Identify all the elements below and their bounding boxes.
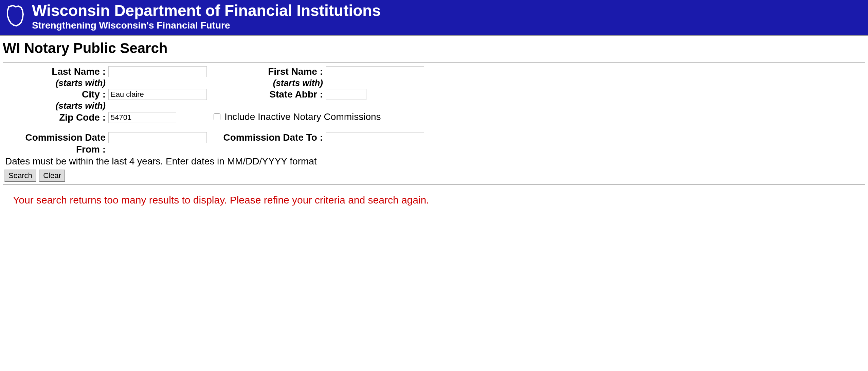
date-format-note: Dates must be within the last 4 years. E… <box>3 155 865 169</box>
wisconsin-state-icon <box>4 4 28 28</box>
date-to-label: Commission Date To : <box>210 131 326 143</box>
city-label: City : (starts with) <box>3 88 108 111</box>
search-button[interactable]: Search <box>4 170 36 182</box>
last-name-label: Last Name : (starts with) <box>3 66 108 89</box>
date-from-label: Commission Date From : <box>3 131 108 155</box>
site-subtitle: Strengthening Wisconsin's Financial Futu… <box>32 20 381 31</box>
clear-button[interactable]: Clear <box>39 170 65 182</box>
city-input[interactable] <box>108 89 207 100</box>
date-to-input[interactable] <box>326 132 424 143</box>
error-message: Your search returns too many results to … <box>13 194 868 206</box>
date-from-input[interactable] <box>108 132 207 143</box>
first-name-label: First Name : (starts with) <box>210 66 326 89</box>
page-title: WI Notary Public Search <box>3 40 868 56</box>
state-input[interactable] <box>326 89 366 100</box>
site-title: Wisconsin Department of Financial Instit… <box>32 2 381 19</box>
include-inactive-checkbox[interactable] <box>214 113 220 120</box>
search-form: Last Name : (starts with) First Name : (… <box>3 63 865 185</box>
include-inactive-label: Include Inactive Notary Commissions <box>224 111 381 122</box>
first-name-input[interactable] <box>326 66 424 77</box>
site-header: Wisconsin Department of Financial Instit… <box>0 0 868 36</box>
zip-label: Zip Code : <box>3 111 108 123</box>
last-name-input[interactable] <box>108 66 207 77</box>
zip-input[interactable] <box>108 112 176 123</box>
state-label: State Abbr : <box>210 88 326 100</box>
